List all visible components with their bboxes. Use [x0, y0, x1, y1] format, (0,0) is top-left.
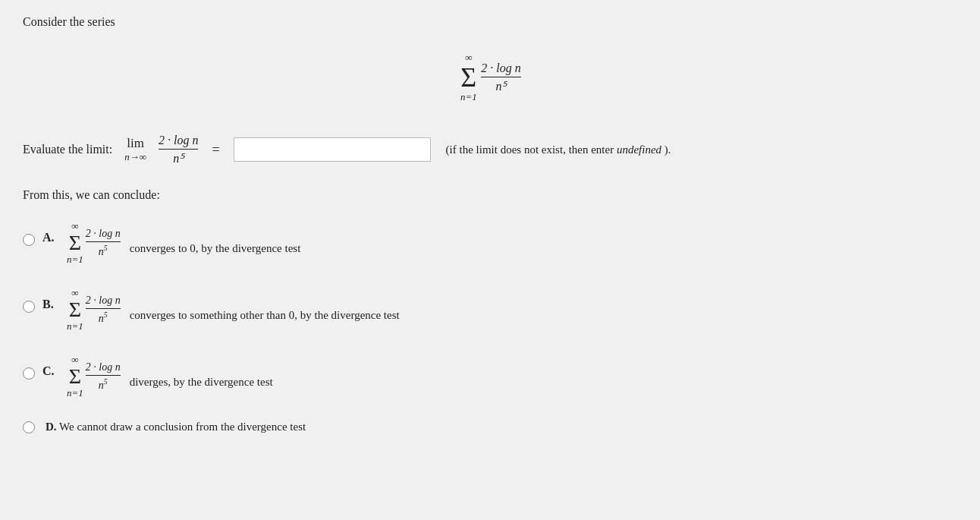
lim-text: lim — [127, 136, 144, 151]
option-a-desc: converges to 0, by the divergence test — [130, 242, 301, 255]
evaluate-fraction: 2 · log n n⁵ — [159, 134, 198, 165]
radio-b[interactable] — [23, 301, 35, 313]
lim-block: lim n→∞ — [124, 136, 146, 163]
radio-c[interactable] — [23, 367, 35, 380]
option-d-text: D. We cannot draw a conclusion from the … — [46, 421, 306, 433]
sigma-symbol-main: Σ — [460, 64, 476, 91]
options-list: A. ∞ Σ n=1 2 · log n n5 converges to 0, … — [23, 220, 957, 433]
option-d: D. We cannot draw a conclusion from the … — [23, 421, 957, 433]
intro-text: Consider the series — [23, 15, 957, 29]
option-a: A. ∞ Σ n=1 2 · log n n5 converges to 0, … — [23, 220, 957, 266]
sigma-bot-b: n=1 — [67, 320, 83, 332]
frac-c-den: n5 — [99, 377, 108, 392]
frac-c: 2 · log n n5 — [86, 361, 121, 392]
radio-a[interactable] — [23, 234, 35, 246]
option-b-content: ∞ Σ n=1 2 · log n n5 converges to someth… — [67, 287, 400, 332]
main-denominator: n⁵ — [495, 79, 506, 93]
series-c: ∞ Σ n=1 2 · log n n5 — [67, 354, 121, 399]
equals-sign: = — [212, 142, 219, 158]
sigma-bot-a: n=1 — [67, 254, 83, 266]
if-note: (if the limit does not exist, then enter… — [446, 143, 671, 156]
main-numerator: 2 · log n — [481, 61, 520, 77]
frac-c-num: 2 · log n — [86, 361, 121, 376]
frac-b-den: n5 — [99, 310, 108, 325]
evaluate-row: Evaluate the limit: lim n→∞ 2 · log n n⁵… — [23, 134, 957, 165]
series-b: ∞ Σ n=1 2 · log n n5 — [67, 287, 121, 332]
answer-input[interactable] — [234, 137, 431, 162]
note-post: ). — [661, 143, 671, 156]
sigma-sym-b: Σ — [69, 299, 81, 320]
frac-a: 2 · log n n5 — [86, 228, 121, 258]
option-c: C. ∞ Σ n=1 2 · log n n5 diverges, by the… — [23, 354, 957, 399]
frac-a-num: 2 · log n — [86, 228, 121, 242]
option-a-letter: A. — [42, 231, 59, 244]
option-c-letter: C. — [42, 364, 59, 378]
option-c-desc: diverges, by the divergence test — [130, 376, 273, 389]
note-italic: undefined — [617, 143, 661, 156]
sigma-c: ∞ Σ n=1 — [67, 354, 83, 399]
option-a-content: ∞ Σ n=1 2 · log n n5 converges to 0, by … — [67, 220, 300, 266]
sigma-b: ∞ Σ n=1 — [67, 287, 83, 332]
eval-denominator: n⁵ — [173, 151, 184, 165]
main-fraction: 2 · log n n⁵ — [481, 61, 520, 93]
option-b: B. ∞ Σ n=1 2 · log n n5 converges to som… — [23, 287, 957, 332]
lim-sub: n→∞ — [124, 151, 146, 163]
evaluate-label: Evaluate the limit: — [23, 143, 112, 156]
note-pre: (if the limit does not exist, then enter — [446, 143, 617, 156]
frac-b-num: 2 · log n — [86, 295, 121, 309]
series-display: ∞ Σ n=1 2 · log n n⁵ — [23, 52, 957, 103]
main-series: ∞ Σ n=1 2 · log n n⁵ — [459, 52, 520, 103]
radio-d[interactable] — [23, 421, 35, 433]
sigma-sym-c: Σ — [69, 366, 81, 387]
eval-numerator: 2 · log n — [159, 134, 198, 150]
sigma-bot-c: n=1 — [67, 387, 83, 399]
option-b-letter: B. — [42, 298, 59, 311]
frac-a-den: n5 — [99, 244, 108, 258]
sigma-sym-a: Σ — [69, 232, 81, 254]
sigma-wrap-main: ∞ Σ n=1 — [459, 52, 478, 103]
page-container: Consider the series ∞ Σ n=1 2 · log n n⁵… — [23, 15, 957, 433]
conclude-text: From this, we can conclude: — [23, 188, 957, 202]
frac-b: 2 · log n n5 — [86, 295, 121, 325]
option-b-desc: converges to something other than 0, by … — [130, 309, 400, 322]
sigma-bottom-main: n=1 — [460, 91, 477, 103]
option-c-content: ∞ Σ n=1 2 · log n n5 diverges, by the di… — [67, 354, 273, 399]
sigma-a: ∞ Σ n=1 — [67, 220, 83, 266]
series-a: ∞ Σ n=1 2 · log n n5 — [67, 220, 121, 266]
